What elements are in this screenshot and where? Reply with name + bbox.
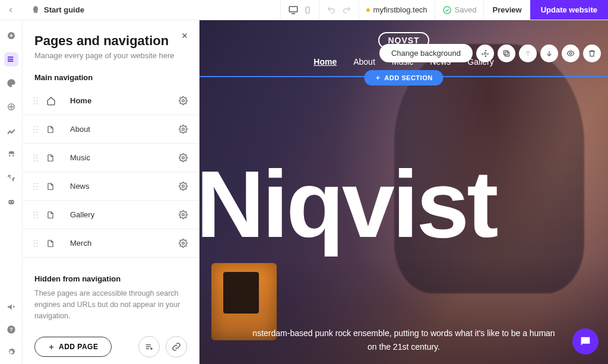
change-bg-label: Change background bbox=[391, 49, 461, 58]
settings-icon[interactable] bbox=[4, 345, 18, 359]
chat-support-button[interactable] bbox=[572, 328, 598, 354]
left-rail: ? bbox=[0, 20, 23, 364]
visibility-button[interactable] bbox=[562, 45, 580, 62]
svg-point-37 bbox=[36, 186, 37, 187]
svg-point-34 bbox=[34, 183, 35, 184]
page-settings-button[interactable] bbox=[179, 182, 188, 191]
page-item[interactable]: Home bbox=[23, 87, 199, 115]
svg-point-23 bbox=[36, 129, 37, 130]
ai-styles-icon[interactable] bbox=[4, 100, 18, 114]
page-item[interactable]: Gallery bbox=[23, 201, 199, 229]
move-up-button[interactable] bbox=[519, 45, 537, 62]
preview-button[interactable]: Preview bbox=[483, 0, 530, 20]
announce-icon[interactable] bbox=[4, 300, 18, 314]
panel-subtitle: Manage every page of your website here bbox=[34, 51, 187, 60]
plus-icon bbox=[48, 344, 55, 350]
add-page-label: ADD PAGE bbox=[59, 343, 98, 351]
svg-point-3 bbox=[444, 7, 451, 14]
tagline-line: on the 21st century. bbox=[368, 342, 440, 352]
page-label: About bbox=[70, 125, 179, 134]
pages-icon[interactable] bbox=[4, 52, 18, 67]
translate-icon[interactable] bbox=[4, 171, 18, 185]
svg-point-19 bbox=[182, 99, 185, 102]
page-item[interactable]: About bbox=[23, 115, 199, 144]
svg-point-36 bbox=[34, 186, 35, 187]
page-settings-button[interactable] bbox=[179, 239, 188, 248]
desktop-icon[interactable] bbox=[288, 5, 299, 15]
svg-point-43 bbox=[34, 214, 35, 216]
svg-point-38 bbox=[34, 188, 35, 189]
hero-tagline[interactable]: nsterdam-based punk rock ensemble, putti… bbox=[200, 327, 608, 353]
update-website-button[interactable]: Update website bbox=[530, 0, 608, 20]
main-nav-heading: Main navigation bbox=[34, 73, 187, 82]
svg-point-30 bbox=[36, 157, 37, 159]
page-settings-button[interactable] bbox=[179, 210, 188, 220]
page-label: Music bbox=[70, 153, 179, 162]
svg-point-18 bbox=[36, 103, 37, 104]
add-dropdown-button[interactable] bbox=[138, 336, 160, 357]
duplicate-button[interactable] bbox=[498, 45, 515, 62]
add-element-icon[interactable] bbox=[4, 29, 18, 43]
page-settings-button[interactable] bbox=[179, 125, 188, 134]
svg-point-28 bbox=[36, 154, 37, 156]
svg-point-51 bbox=[36, 243, 37, 244]
drag-handle-icon[interactable] bbox=[33, 154, 39, 162]
start-guide-label: Start guide bbox=[44, 5, 84, 14]
close-panel-button[interactable] bbox=[181, 32, 188, 39]
hero-title[interactable]: Niqvist bbox=[200, 157, 496, 252]
page-icon bbox=[46, 210, 57, 220]
undo-icon[interactable] bbox=[327, 5, 336, 15]
svg-point-41 bbox=[34, 211, 35, 213]
help-icon[interactable]: ? bbox=[4, 322, 18, 337]
drag-handle-icon[interactable] bbox=[33, 211, 39, 219]
svg-point-21 bbox=[36, 126, 37, 127]
drag-handle-icon[interactable] bbox=[33, 97, 39, 105]
ai-assistant-icon[interactable] bbox=[4, 195, 18, 209]
add-link-button[interactable] bbox=[166, 336, 187, 357]
drag-handle-icon[interactable] bbox=[33, 125, 39, 134]
add-section-button[interactable]: ADD SECTION bbox=[364, 70, 443, 86]
svg-point-32 bbox=[36, 160, 37, 161]
svg-point-22 bbox=[34, 129, 35, 130]
styles-icon[interactable] bbox=[4, 76, 18, 90]
page-item[interactable]: Music bbox=[23, 144, 199, 172]
check-circle-icon bbox=[442, 5, 452, 15]
tagline-line: nsterdam-based punk rock ensemble, putti… bbox=[252, 328, 555, 338]
saved-indicator: Saved bbox=[435, 0, 484, 20]
page-settings-button[interactable] bbox=[179, 153, 188, 163]
nav-link[interactable]: About bbox=[353, 57, 375, 67]
svg-point-13 bbox=[34, 97, 35, 99]
svg-rect-0 bbox=[289, 7, 297, 12]
section-settings-button[interactable] bbox=[476, 45, 494, 62]
svg-point-47 bbox=[182, 213, 185, 216]
domain-indicator[interactable]: myfirstblog.tech bbox=[359, 0, 435, 20]
change-background-button[interactable]: Change background bbox=[379, 44, 473, 62]
plus-icon bbox=[375, 75, 381, 81]
svg-point-71 bbox=[484, 52, 486, 55]
drag-handle-icon[interactable] bbox=[33, 182, 39, 191]
svg-point-27 bbox=[34, 154, 35, 156]
start-guide-button[interactable]: Start guide bbox=[31, 5, 84, 15]
panel-title: Pages and navigation bbox=[34, 33, 187, 49]
nav-link[interactable]: Home bbox=[314, 57, 337, 67]
page-item[interactable]: Merch bbox=[23, 229, 199, 258]
svg-point-20 bbox=[34, 126, 35, 127]
back-button[interactable] bbox=[4, 3, 18, 17]
page-item[interactable]: News bbox=[23, 172, 199, 201]
delete-button[interactable] bbox=[583, 45, 601, 62]
svg-point-17 bbox=[34, 103, 35, 104]
move-down-button[interactable] bbox=[540, 45, 558, 62]
add-page-button[interactable]: ADD PAGE bbox=[34, 337, 112, 357]
store-icon[interactable] bbox=[4, 147, 18, 162]
page-label: Merch bbox=[70, 239, 179, 248]
mobile-icon[interactable] bbox=[303, 5, 312, 15]
svg-point-26 bbox=[182, 128, 185, 130]
drag-handle-icon[interactable] bbox=[33, 239, 39, 248]
blog-icon[interactable] bbox=[4, 124, 18, 138]
redo-icon[interactable] bbox=[342, 5, 352, 15]
hidden-nav-description: These pages are accessible through searc… bbox=[34, 288, 187, 321]
page-settings-button[interactable] bbox=[179, 96, 188, 106]
svg-rect-6 bbox=[8, 200, 14, 204]
svg-rect-2 bbox=[306, 7, 309, 13]
home-icon bbox=[46, 96, 57, 106]
